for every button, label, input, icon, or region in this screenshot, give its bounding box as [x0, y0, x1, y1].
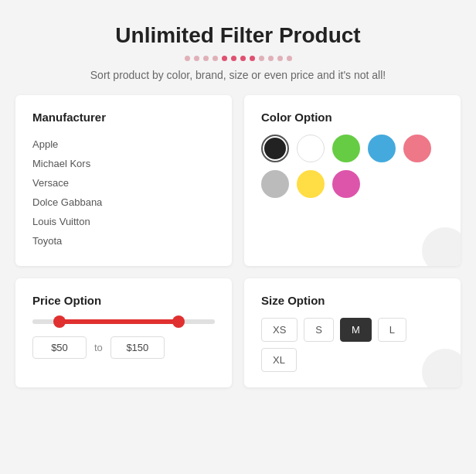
size-option-m[interactable]: M [340, 318, 372, 342]
dot-accent [222, 56, 227, 61]
size-option-title: Size Option [261, 294, 444, 307]
size-option-s[interactable]: S [304, 318, 334, 342]
color-option-pink[interactable] [403, 135, 431, 162]
color-option-title: Color Option [261, 111, 444, 124]
size-option-card: Size Option XSSMLXL [244, 278, 461, 387]
manufacturer-card: Manufacturer AppleMichael KorsVersaceDol… [15, 95, 232, 266]
decorative-corner [422, 227, 461, 266]
color-option-gray[interactable] [261, 170, 289, 198]
price-slider-thumb-max[interactable] [172, 315, 185, 328]
size-option-xl[interactable]: XL [261, 348, 297, 372]
price-option-card: Price Option to [15, 278, 232, 387]
dot [277, 56, 283, 61]
color-option-white[interactable] [297, 135, 325, 162]
price-slider-thumb-min[interactable] [53, 315, 66, 328]
color-grid [261, 135, 444, 198]
color-option-black[interactable] [261, 135, 289, 162]
dot [268, 56, 274, 61]
price-option-title: Price Option [32, 294, 215, 307]
dot [194, 56, 199, 61]
dot [287, 56, 292, 61]
price-to-label: to [94, 342, 103, 353]
price-slider-track[interactable] [32, 319, 215, 324]
price-max-input[interactable] [110, 336, 165, 359]
color-option-blue[interactable] [368, 135, 396, 162]
dot [212, 56, 218, 61]
dot [259, 56, 264, 61]
manufacturer-list-item[interactable]: Michael Kors [32, 154, 215, 173]
size-option-l[interactable]: L [378, 318, 406, 342]
manufacturer-list-item[interactable]: Apple [32, 135, 215, 154]
page-subtitle: Sort product by color, brand, size or ev… [15, 69, 461, 81]
size-option-xs[interactable]: XS [261, 318, 298, 342]
price-min-input[interactable] [32, 336, 87, 359]
dot [203, 56, 209, 61]
price-slider-fill [60, 319, 178, 324]
manufacturer-list-item[interactable]: Dolce Gabbana [32, 193, 215, 212]
color-option-green[interactable] [332, 135, 360, 162]
manufacturer-list: AppleMichael KorsVersaceDolce GabbanaLou… [32, 135, 215, 251]
page-title: Unlimited Filter Product [15, 23, 461, 48]
manufacturer-list-item[interactable]: Versace [32, 173, 215, 193]
manufacturer-list-item[interactable]: Toyota [32, 231, 215, 251]
price-inputs: to [32, 336, 215, 359]
page-header: Unlimited Filter Product Sort product by… [15, 23, 461, 81]
manufacturer-title: Manufacturer [32, 111, 215, 124]
color-option-magenta[interactable] [332, 170, 360, 198]
dot [185, 56, 190, 61]
main-grid: Manufacturer AppleMichael KorsVersaceDol… [15, 95, 461, 387]
manufacturer-list-item[interactable]: Louis Vuitton [32, 212, 215, 231]
color-option-card: Color Option [244, 95, 461, 266]
color-option-yellow[interactable] [297, 170, 325, 198]
dot-accent [250, 56, 255, 61]
decorative-dots [15, 56, 461, 61]
dot-accent [231, 56, 236, 61]
dot-accent [240, 56, 246, 61]
size-options: XSSMLXL [261, 318, 444, 372]
